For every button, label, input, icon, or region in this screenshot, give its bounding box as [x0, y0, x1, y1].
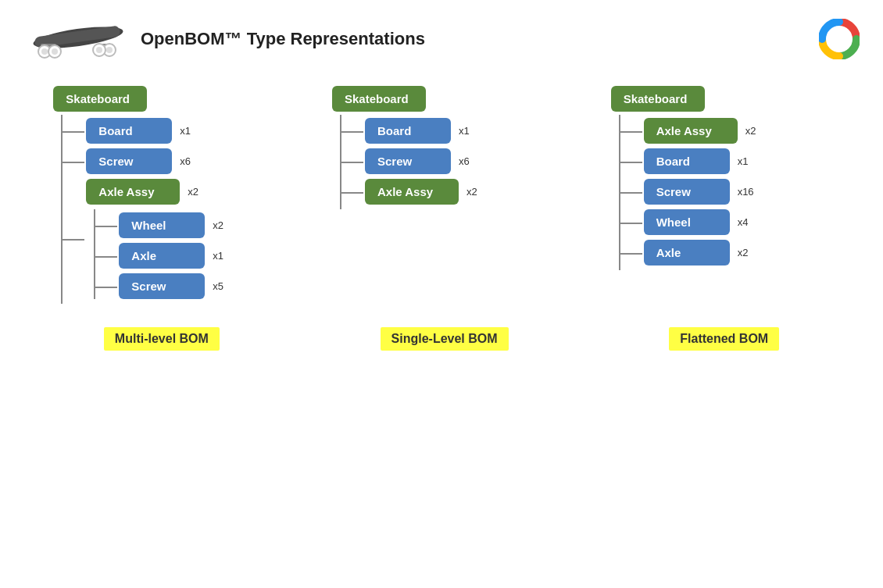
page-title: OpenBOM™ Type Representations [141, 29, 425, 49]
multi-axleassy-qty: x2 [188, 186, 198, 198]
multi-axle-qty: x1 [213, 250, 223, 262]
flat-axle-item: Axle x2 [644, 240, 756, 265]
flat-axleassy-item: Axle Assy x2 [644, 118, 756, 144]
single-level-diagram: Skateboard Board x1 Screw x6 [332, 86, 551, 209]
single-screw-node: Screw [365, 148, 451, 174]
multi-board-node: Board [86, 118, 172, 144]
flattened-label: Flattened BOM [669, 327, 779, 351]
multi-axleassy-item: Axle Assy x2 Wheel x2 Axle [86, 179, 223, 299]
multi-children: Board x1 Screw x6 Axle Assy x2 [61, 115, 223, 304]
flat-wheel-qty: x4 [738, 216, 749, 228]
single-root-node: Skateboard [332, 86, 426, 112]
single-screw-qty: x6 [459, 155, 470, 167]
multi-wheel-qty: x2 [213, 219, 223, 231]
flat-screw-qty: x16 [738, 186, 754, 198]
svg-point-5 [41, 48, 48, 55]
multi-level-label: Multi-level BOM [104, 327, 220, 351]
page-container: OpenBOM™ Type Representations Skateboard… [0, 0, 883, 588]
svg-point-7 [106, 47, 113, 53]
flat-axle-node: Axle [644, 240, 730, 265]
flat-board-item: Board x1 [644, 148, 756, 174]
multi-wheel-item: Wheel x2 [119, 212, 223, 238]
multi-axleassy-node: Axle Assy [86, 179, 180, 205]
flat-board-node: Board [644, 148, 730, 174]
multi-screw-node: Screw [86, 148, 172, 174]
flat-axle-qty: x2 [738, 247, 749, 258]
multi-board-item: Board x1 [86, 118, 223, 144]
flat-children: Axle Assy x2 Board x1 Screw x16 [619, 115, 756, 270]
single-board-item: Board x1 [365, 118, 477, 144]
svg-point-11 [96, 47, 102, 53]
svg-point-12 [831, 31, 847, 47]
single-board-qty: x1 [459, 125, 470, 137]
diagrams-container: Skateboard Board x1 Screw x6 [23, 86, 860, 304]
single-screw-item: Screw x6 [365, 148, 477, 174]
flat-screw-item: Screw x16 [644, 179, 756, 205]
flat-board-qty: x1 [738, 155, 749, 167]
multi-level-diagram: Skateboard Board x1 Screw x6 [53, 86, 272, 304]
multi-root: Skateboard [53, 86, 147, 112]
flat-wheel-node: Wheel [644, 209, 730, 235]
multi-subscrew-qty: x5 [213, 280, 223, 292]
single-axleassy-item: Axle Assy x2 [365, 179, 477, 205]
flat-axleassy-node: Axle Assy [644, 118, 738, 144]
multi-board-qty: x1 [180, 125, 191, 137]
multi-subscrew-node: Screw [119, 273, 205, 299]
single-axleassy-node: Axle Assy [365, 179, 459, 205]
single-axleassy-qty: x2 [467, 186, 477, 198]
multi-screw-item: Screw x6 [86, 148, 223, 174]
header: OpenBOM™ Type Representations [23, 16, 860, 62]
flat-screw-node: Screw [644, 179, 730, 205]
flattened-diagram: Skateboard Axle Assy x2 Board x1 [611, 86, 830, 270]
flat-root-node: Skateboard [611, 86, 705, 112]
multi-axleassy-children: Wheel x2 Axle x1 Screw [94, 209, 223, 299]
multi-subscrew-item: Screw x5 [119, 273, 223, 299]
bom-labels-row: Multi-level BOM Single-Level BOM Flatten… [23, 327, 860, 351]
single-children: Board x1 Screw x6 Axle Assy x2 [340, 115, 477, 209]
flat-axleassy-qty: x2 [745, 125, 756, 137]
multi-root-node: Skateboard [53, 86, 147, 112]
multi-axle-item: Axle x1 [119, 243, 223, 269]
multi-axle-node: Axle [119, 243, 205, 269]
multi-wheel-node: Wheel [119, 212, 205, 238]
skateboard-image [23, 16, 125, 62]
openbom-logo [819, 19, 860, 59]
flat-root: Skateboard [611, 86, 705, 112]
single-board-node: Board [365, 118, 451, 144]
single-level-label: Single-Level BOM [381, 327, 509, 351]
single-root: Skateboard [332, 86, 426, 112]
flat-wheel-item: Wheel x4 [644, 209, 756, 235]
header-left: OpenBOM™ Type Representations [23, 16, 425, 62]
multi-screw-qty: x6 [180, 155, 191, 167]
svg-point-9 [52, 48, 58, 55]
